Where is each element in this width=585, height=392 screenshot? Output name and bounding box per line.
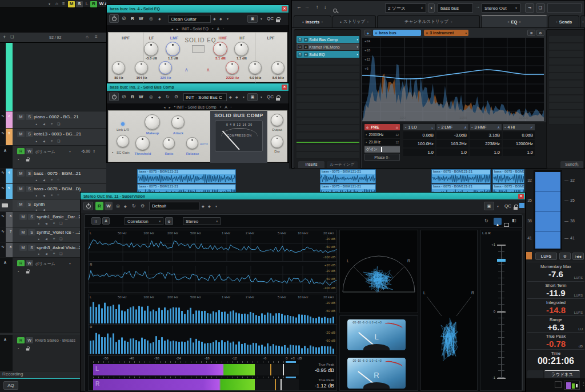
pre-lc-row[interactable]: 20.0Hz12 (364, 139, 400, 145)
edit-channel-icon[interactable] (51, 139, 53, 142)
next-icon[interactable] (169, 105, 170, 109)
edit-channel-icon[interactable] (53, 237, 55, 240)
write-button[interactable]: W (26, 337, 33, 343)
settings-icon[interactable] (174, 94, 178, 99)
settings-icon[interactable] (141, 203, 145, 209)
compare-icon[interactable] (158, 95, 161, 99)
send-slot-empty[interactable] (549, 58, 583, 65)
snapshot-menu-icon[interactable] (496, 205, 499, 208)
write-button[interactable]: W (139, 94, 143, 99)
home-icon[interactable] (86, 34, 89, 39)
band-freq[interactable]: 163.2Hz (436, 140, 468, 147)
aq-button[interactable]: AQ (3, 381, 18, 390)
parameter-dropdown-icon[interactable] (69, 150, 71, 153)
home-icon[interactable] (55, 1, 58, 6)
compare-icon[interactable] (124, 204, 127, 208)
track-name[interactable]: piano - 0002 - BG...21 (34, 114, 105, 119)
snapshot-button[interactable] (247, 93, 258, 101)
small-tab[interactable] (527, 370, 543, 378)
solo-all-button[interactable]: S (76, 1, 83, 7)
bypass-icon[interactable]: ⊡ (298, 53, 302, 57)
warning-button[interactable] (494, 218, 502, 225)
audio-clip[interactable]: bass - 0075 - BGM121-21 (431, 169, 491, 183)
track-row-bass1[interactable]: 4 M S bass - 0075 - BGM...21 ○ (0, 169, 106, 184)
preset-field[interactable]: Default (149, 202, 199, 210)
read-all-button[interactable]: R (90, 1, 97, 7)
track-name[interactable]: koto13 - 0003 - BG...21 (34, 131, 105, 137)
insert-slot-empty[interactable] (296, 125, 359, 132)
reset-time-button[interactable]: |◀◀ (572, 253, 584, 260)
b-slot-icon[interactable] (231, 105, 232, 109)
send-slot-empty[interactable] (549, 36, 583, 43)
solo-button[interactable]: S (26, 186, 33, 192)
output-select[interactable]: Stereo Out (482, 3, 520, 13)
track-name[interactable]: bass - 0075 - BGM...21 (34, 171, 105, 176)
record-enable-icon[interactable] (38, 252, 39, 255)
lock-icon[interactable] (276, 14, 280, 25)
track-row-1[interactable] (0, 43, 106, 111)
monitor-icon[interactable] (43, 178, 45, 182)
loudness-tab[interactable]: ラウドネス (544, 370, 580, 378)
solo-button[interactable]: S (26, 170, 33, 177)
edit-channel-icon[interactable] (51, 193, 53, 197)
channel-icon[interactable]: ○ (57, 178, 59, 181)
mute-all-button[interactable]: M (68, 1, 75, 7)
ab-compare[interactable]: A (217, 27, 220, 31)
dry-knob[interactable] (271, 135, 283, 148)
track-name[interactable]: bass - 0075 - BGM...D) (34, 186, 105, 191)
write-all-button[interactable]: W (98, 1, 105, 7)
band-header[interactable]: 3 HMF (470, 124, 502, 130)
channel-icon[interactable] (59, 237, 62, 241)
eq-presets-button[interactable] (527, 30, 535, 36)
loudness-settings-button[interactable] (559, 253, 571, 260)
read-button[interactable]: R (131, 16, 134, 21)
mute-button[interactable]: M (17, 170, 25, 177)
folder-icon[interactable] (10, 35, 14, 39)
preset-menu-icon[interactable] (242, 95, 245, 99)
prev-icon[interactable] (171, 27, 173, 31)
menu-icon[interactable] (220, 105, 222, 109)
lock-icon[interactable] (26, 346, 30, 351)
next-preset-icon[interactable] (235, 95, 238, 99)
mute-button[interactable]: M (19, 214, 27, 220)
solo-button[interactable]: S (26, 131, 33, 137)
ratio-knob[interactable] (163, 137, 175, 149)
mute-button[interactable]: M (17, 186, 25, 192)
sidechain-icon[interactable] (166, 94, 170, 99)
supervision-titlebar[interactable]: Stereo Out: Ins. 11 - SuperVision✕ (81, 193, 525, 199)
level-meter-module[interactable]: -50 -40 -30 -24 -18 -12 -6 0 +3 dB L Tru… (88, 355, 337, 391)
search-icon[interactable] (333, 5, 337, 15)
tab-cut[interactable]: ○ (580, 15, 585, 27)
switch-ab-icon[interactable]: ◎ (116, 203, 120, 209)
hpf-freq-knob[interactable] (112, 61, 125, 74)
lock-icon[interactable] (276, 93, 280, 103)
hf-gain-knob[interactable] (234, 42, 249, 56)
read-button[interactable]: R (17, 260, 25, 266)
mute-button[interactable]: M (17, 131, 25, 137)
pre-gain-slider[interactable]: ゲイン (364, 146, 400, 153)
automation-lane-volume[interactable]: R W ボリューム -6.00 ⇕ (0, 146, 106, 169)
prev-preset-icon[interactable] (229, 95, 232, 99)
channel-mode-select[interactable]: Stereo (183, 217, 221, 225)
routing-bottom-tab[interactable]: ルーティング (327, 161, 358, 168)
sc-knob[interactable] (117, 135, 129, 147)
bypass-icon[interactable] (122, 15, 126, 21)
add-track-icon[interactable]: + (3, 34, 6, 40)
function-field[interactable] (547, 3, 582, 13)
lf-gain-knob[interactable] (144, 42, 158, 56)
qc-button[interactable]: QC (267, 94, 274, 99)
monitor-icon[interactable] (45, 222, 47, 225)
copy-settings-button[interactable] (536, 3, 545, 13)
pre-header[interactable]: PRE◎ (364, 124, 400, 130)
solo-button[interactable]: S (28, 214, 35, 220)
channel-icon[interactable]: ○ (57, 193, 59, 197)
listen-button[interactable]: L (84, 1, 90, 7)
write-button[interactable]: W (105, 202, 113, 210)
slot-menu-icon[interactable] (356, 45, 358, 49)
record-enable-icon[interactable] (35, 139, 37, 143)
hf-freq-knob[interactable] (249, 61, 262, 74)
band-gain[interactable]: 0.0dB (503, 131, 535, 139)
insert-slot-empty[interactable] (296, 103, 359, 110)
band-freq[interactable]: 2238Hz (470, 140, 502, 147)
insert-slot-empty[interactable] (296, 133, 359, 139)
